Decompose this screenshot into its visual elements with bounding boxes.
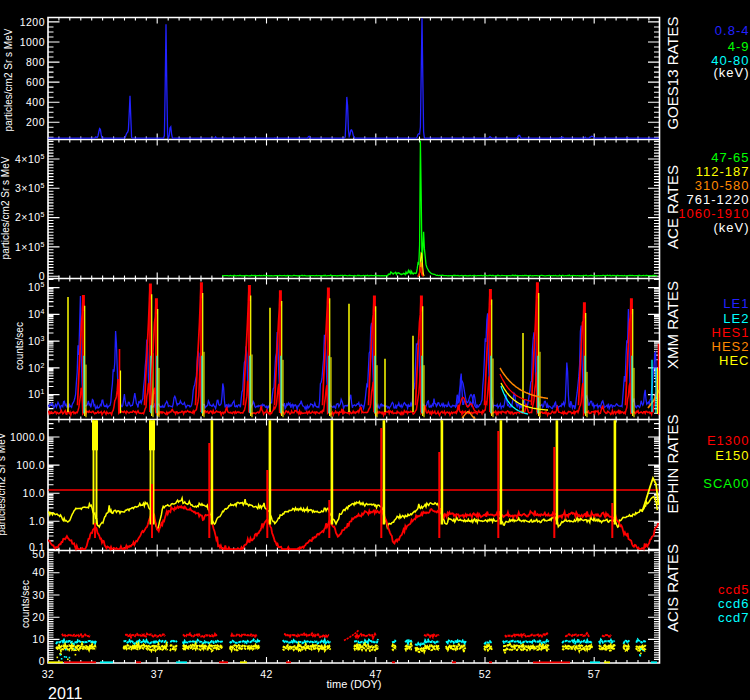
svg-text:50: 50: [32, 548, 45, 560]
svg-text:(keV): (keV): [713, 65, 749, 80]
svg-text:time (DOY): time (DOY): [327, 678, 382, 690]
svg-text:particles/cm2 Sr s MeV: particles/cm2 Sr s MeV: [0, 156, 11, 259]
svg-text:HES1: HES1: [712, 325, 750, 340]
svg-text:0.8-4: 0.8-4: [715, 23, 750, 38]
svg-text:10.0: 10.0: [23, 487, 45, 499]
svg-text:47-65: 47-65: [711, 150, 749, 165]
svg-text:400: 400: [26, 96, 45, 108]
svg-text:ccd7: ccd7: [718, 610, 749, 625]
svg-text:100.0: 100.0: [16, 459, 45, 471]
svg-text:310-580: 310-580: [695, 178, 750, 193]
svg-text:10: 10: [32, 633, 45, 645]
svg-text:2×105: 2×105: [15, 211, 45, 223]
svg-text:30: 30: [32, 589, 45, 601]
svg-text:0: 0: [39, 655, 45, 667]
svg-text:32: 32: [42, 668, 55, 680]
svg-text:EPHIN RATES: EPHIN RATES: [664, 415, 681, 514]
svg-text:37: 37: [151, 668, 164, 680]
svg-text:particles/cm2 Sr s MeV: particles/cm2 Sr s MeV: [0, 432, 7, 535]
svg-text:XMM RATES: XMM RATES: [664, 281, 681, 369]
svg-text:0: 0: [39, 270, 45, 282]
svg-text:600: 600: [26, 76, 45, 88]
svg-text:ccd6: ccd6: [718, 596, 749, 611]
svg-text:E1300: E1300: [707, 433, 750, 448]
svg-text:52: 52: [479, 668, 492, 680]
svg-text:1000.0: 1000.0: [10, 431, 45, 443]
svg-text:SCA00: SCA00: [703, 476, 749, 491]
svg-text:42: 42: [260, 668, 273, 680]
svg-text:40: 40: [32, 566, 45, 578]
svg-text:1×105: 1×105: [15, 241, 45, 253]
svg-text:(keV): (keV): [713, 220, 749, 235]
svg-text:1060-1910: 1060-1910: [678, 206, 749, 221]
svg-text:LE2: LE2: [723, 311, 749, 326]
svg-text:E150: E150: [715, 448, 749, 463]
svg-text:GOES13 RATES: GOES13 RATES: [664, 16, 681, 129]
svg-text:4-9: 4-9: [728, 39, 750, 54]
svg-text:counts/sec: counts/sec: [20, 580, 31, 628]
svg-text:200: 200: [26, 116, 45, 128]
svg-text:57: 57: [588, 668, 601, 680]
svg-text:1000: 1000: [20, 36, 45, 48]
svg-text:HEC: HEC: [719, 353, 749, 368]
svg-text:2011: 2011: [48, 685, 83, 700]
svg-text:4×105: 4×105: [15, 153, 45, 165]
svg-text:20: 20: [32, 611, 45, 623]
svg-text:ACIS RATES: ACIS RATES: [664, 544, 681, 632]
svg-text:1200: 1200: [20, 16, 45, 28]
svg-text:particles/cm2 Sr s MeV: particles/cm2 Sr s MeV: [3, 28, 14, 131]
svg-text:112-187: 112-187: [696, 164, 750, 179]
svg-text:1.0: 1.0: [29, 515, 45, 527]
svg-text:3×105: 3×105: [15, 182, 45, 194]
svg-text:800: 800: [26, 56, 45, 68]
svg-text:761-1220: 761-1220: [687, 192, 750, 207]
svg-text:counts/sec: counts/sec: [14, 322, 25, 370]
svg-text:ccd5: ccd5: [718, 582, 749, 597]
svg-text:LE1: LE1: [723, 296, 749, 311]
svg-text:HES2: HES2: [712, 339, 750, 354]
